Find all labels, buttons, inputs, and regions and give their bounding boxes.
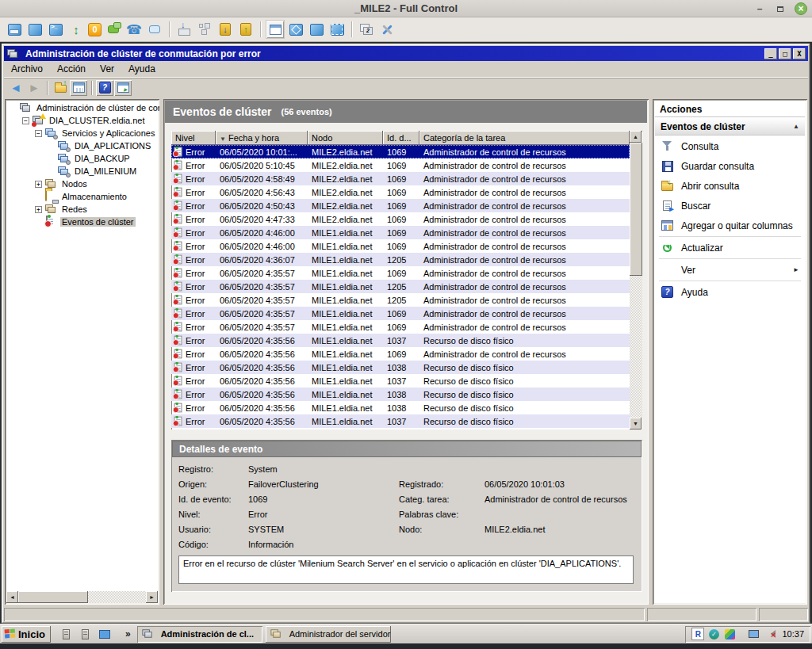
event-row[interactable]: Error06/05/2020 4:56:43MILE2.eldia.net10… (171, 185, 630, 199)
menu-ayuda[interactable]: Ayuda (121, 62, 163, 76)
event-row[interactable]: Error06/05/2020 4:36:07MILE1.eldia.net12… (171, 253, 630, 266)
settings-icon[interactable] (378, 21, 396, 38)
event-row[interactable]: Error06/05/2020 10:01:...MILE2.eldia.net… (171, 145, 630, 158)
scale-view-icon[interactable] (308, 21, 325, 38)
table-vertical-scrollbar[interactable]: ▲ ▼ (630, 131, 642, 429)
taskbar-button-administrador-del-servidor[interactable]: Administrador del servidor (266, 626, 391, 643)
action-item-ayuda[interactable]: ?Ayuda (654, 282, 806, 302)
collapse-toggle[interactable]: − (35, 130, 42, 137)
minimize-button[interactable]: _ (764, 48, 777, 59)
tree-item-administraci-n-de-cl-ster-de-conmu[interactable]: Administración de clúster de conmu (6, 101, 159, 114)
expand-toggle[interactable]: + (35, 206, 42, 213)
maximize-button[interactable]: □ (779, 48, 791, 59)
app-titlebar[interactable]: Administración de clúster de conmutación… (4, 46, 808, 61)
menu-acci-n[interactable]: Acción (50, 62, 93, 76)
event-row[interactable]: Error06/05/2020 4:47:33MILE2.eldia.net10… (171, 212, 630, 226)
column-header-nivel[interactable]: Nivel (171, 131, 216, 145)
action-item-actualizar[interactable]: Actualizar (654, 238, 806, 258)
event-row[interactable]: Error06/05/2020 4:50:43MILE2.eldia.net10… (171, 199, 630, 212)
install-driver-icon[interactable] (175, 21, 193, 38)
tree-horizontal-scrollbar[interactable]: ◄ ► (6, 591, 158, 603)
event-row[interactable]: Error06/05/2020 5:10:45MILE2.eldia.net10… (171, 158, 630, 172)
event-row[interactable]: Error06/05/2020 4:35:57MILE1.eldia.net12… (171, 280, 630, 293)
column-header-categor-a-de-la-tarea[interactable]: Categoría de la tarea (419, 131, 630, 145)
clipboard-upload-icon[interactable] (237, 21, 255, 38)
quick-launch-cluster-icon[interactable] (78, 626, 94, 642)
ctrl-alt-del-icon[interactable] (6, 21, 23, 38)
action-item-consulta[interactable]: Consulta (654, 136, 806, 156)
scrollbar-track[interactable] (630, 276, 642, 418)
hp-tray-icon[interactable] (723, 628, 736, 640)
call-icon[interactable] (125, 21, 143, 38)
event-row[interactable]: Error06/05/2020 4:46:00MILE1.eldia.net10… (171, 239, 630, 253)
scroll-up-button[interactable]: ▲ (630, 131, 642, 143)
vnc-tray-icon[interactable]: R (691, 628, 704, 640)
chat-icon[interactable] (146, 21, 163, 38)
event-row[interactable]: Error06/05/2020 4:58:49MILE2.eldia.net10… (171, 172, 630, 185)
quick-launch-desktop-icon[interactable] (97, 626, 113, 642)
close-button[interactable]: × (795, 2, 807, 15)
toolbar-overflow-chevron[interactable]: » (125, 628, 131, 639)
tree-item-dia-cluster-eldia-net[interactable]: −DIA_CLUSTER.eldia.net (6, 114, 159, 127)
scroll-right-button[interactable]: ► (146, 591, 158, 603)
terminal-icon[interactable] (47, 21, 64, 38)
restore-button[interactable] (774, 2, 787, 15)
column-header-id-d[interactable]: Id. d... (383, 131, 419, 145)
scrollbar-thumb[interactable] (18, 591, 88, 603)
close-button[interactable]: X (793, 48, 806, 59)
file-transfer-icon[interactable] (67, 21, 85, 38)
console-tree-icon[interactable] (70, 80, 87, 96)
export-list-icon[interactable] (52, 80, 69, 96)
scrollbar-thumb[interactable] (630, 143, 642, 276)
action-pane-icon[interactable] (114, 80, 132, 96)
window-normal-icon[interactable] (266, 21, 284, 38)
tree-item-eventos-de-cl-ster[interactable]: Eventos de clúster (6, 216, 159, 228)
tree-item-redes[interactable]: +Redes (6, 203, 159, 216)
actions-section-header[interactable]: Eventos de clúster ▲ (655, 118, 805, 136)
taskbar-clock[interactable]: 10:37 (782, 629, 804, 639)
window-toggle-icon[interactable] (26, 21, 44, 38)
action-item-abrir-consulta[interactable]: Abrir consulta (654, 176, 806, 196)
tree-item-almacenamiento[interactable]: Almacenamiento (6, 190, 159, 203)
clipboard-download-icon[interactable] (216, 21, 234, 38)
network-status-icon[interactable]: ✓ (707, 628, 720, 640)
taskbar-button-administraci-n-de-cl[interactable]: Administración de cl... (137, 626, 262, 643)
power-icon[interactable] (88, 23, 102, 36)
event-row[interactable]: Error06/05/2020 4:46:00MILE1.eldia.net10… (171, 226, 630, 239)
event-row[interactable]: Error06/05/2020 4:35:56MILE1.eldia.net10… (171, 347, 630, 361)
event-row[interactable]: Error06/05/2020 4:35:56MILE1.eldia.net10… (171, 387, 630, 401)
plugins-icon[interactable] (196, 21, 213, 38)
collapse-toggle[interactable]: − (22, 117, 29, 124)
minimize-button[interactable]: – (753, 2, 766, 15)
start-button[interactable]: Inicio (2, 626, 51, 643)
action-item-buscar[interactable]: ►Buscar (654, 196, 806, 216)
action-item-agregar-o-quitar-columnas[interactable]: Agregar o quitar columnas (654, 216, 806, 235)
action-item-ver[interactable]: Ver► (654, 260, 806, 280)
event-row[interactable]: Error06/05/2020 4:35:57MILE1.eldia.net10… (171, 320, 630, 334)
tree-item-dia-backup[interactable]: DIA_BACKUP (6, 152, 159, 165)
tree-item-nodos[interactable]: +Nodos (6, 178, 159, 190)
event-row[interactable]: Error06/05/2020 4:35:57MILE1.eldia.net10… (171, 307, 630, 320)
column-header-fecha-y-hora[interactable]: ▼Fecha y hora (216, 131, 308, 145)
collapse-icon[interactable]: ▲ (793, 123, 799, 130)
column-header-nodo[interactable]: Nodo (308, 131, 383, 145)
action-item-guardar-consulta[interactable]: Guardar consulta (654, 156, 806, 176)
tree-item-dia-aplications[interactable]: DIA_APLICATIONS (6, 139, 159, 152)
event-row[interactable]: Error06/05/2020 4:35:57MILE1.eldia.net10… (171, 266, 630, 280)
event-row[interactable]: Error06/05/2020 4:35:57MILE1.eldia.net12… (171, 293, 630, 307)
fullscreen-icon[interactable] (287, 21, 304, 38)
display-tray-icon[interactable] (747, 628, 760, 640)
back-icon[interactable]: ◄ (7, 80, 25, 96)
tree-item-servicios-y-aplicaciones[interactable]: −Servicios y Aplicaciones (6, 127, 159, 139)
help-icon[interactable]: ? (96, 80, 113, 96)
scrollbar-track[interactable] (88, 591, 146, 603)
quick-launch-server-icon[interactable] (59, 626, 75, 642)
scroll-down-button[interactable]: ▼ (630, 418, 642, 429)
event-row[interactable]: Error06/05/2020 4:35:56MILE1.eldia.net10… (171, 414, 630, 428)
fit-window-icon[interactable] (328, 21, 346, 38)
scroll-left-button[interactable]: ◄ (6, 591, 18, 603)
volume-muted-icon[interactable] (763, 628, 776, 640)
expand-toggle[interactable]: + (35, 181, 42, 188)
dual-monitor-icon[interactable]: 2 (358, 21, 375, 38)
chat-group-icon[interactable] (105, 21, 122, 38)
